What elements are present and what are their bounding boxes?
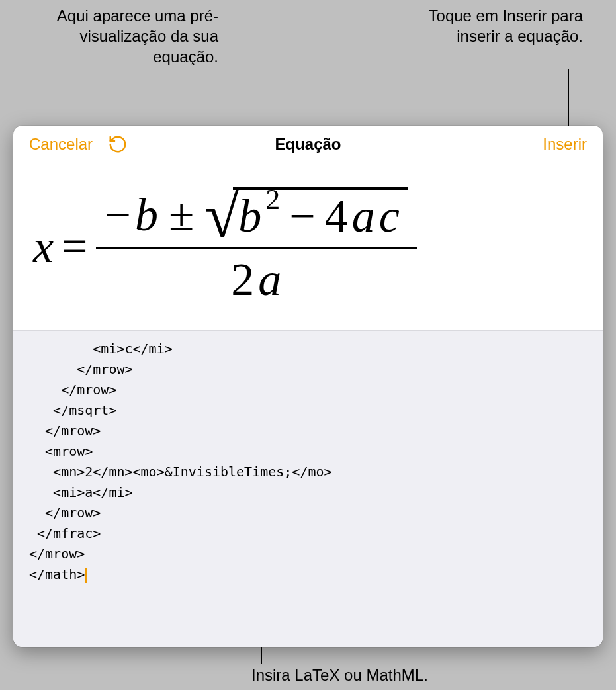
dialog-toolbar: Cancelar Equação Inserir [13,126,603,163]
eq-sqrt-c: c [379,190,400,243]
eq-sqrt-body: b2 − 4ac [233,187,408,243]
callout-input: Insira LaTeX ou MathML. [251,666,428,685]
equation-preview: x = − b ± √ b2 − 4ac [13,163,603,330]
eq-sqrt-a: a [352,190,375,243]
eq-fraction: − b ± √ b2 − 4ac 2a [96,183,417,310]
code-input[interactable]: <mi>c</mi> </mrow> </mrow> </msqrt> </mr… [13,330,603,647]
eq-sqrt: √ b2 − 4ac [204,187,407,243]
callout-insert: Toque em Inserir para inserir a equação. [411,5,583,46]
insert-button[interactable]: Inserir [543,135,587,153]
eq-numerator: − b ± √ b2 − 4ac [96,183,417,247]
eq-sqrt-b: b [238,190,261,243]
eq-denom-2: 2 [231,253,254,306]
equation-dialog: Cancelar Equação Inserir x = − b ± [13,126,603,647]
cancel-button[interactable]: Cancelar [29,135,93,153]
eq-sqrt-exp: 2 [265,183,280,216]
undo-icon[interactable] [107,134,128,155]
eq-sqrt-minus: − [289,190,315,243]
eq-plusminus: ± [169,189,194,241]
eq-denominator: 2a [222,249,290,310]
eq-denom-a: a [258,253,281,306]
eq-b: b [135,189,158,241]
text-cursor [85,568,87,583]
callout-preview: Aqui aparece uma pré-visualização da sua… [13,5,218,67]
code-text: <mi>c</mi> </mrow> </mrow> </msqrt> </mr… [29,341,332,582]
eq-lhs: x [33,220,54,273]
eq-minus: − [105,189,131,241]
equation-render: x = − b ± √ b2 − 4ac [33,183,417,310]
eq-sqrt-4: 4 [325,190,348,243]
callout-line-insert [568,69,569,132]
eq-equals: = [62,220,87,273]
